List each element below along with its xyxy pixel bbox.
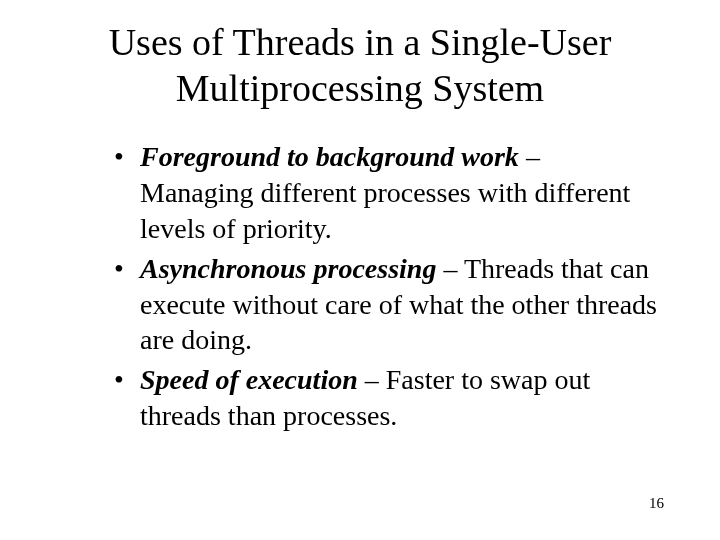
bullet-term: Speed of execution xyxy=(140,364,358,395)
page-number: 16 xyxy=(649,495,664,512)
bullet-list: • Foreground to background work – Managi… xyxy=(110,139,660,434)
bullet-dash: – xyxy=(358,364,386,395)
list-item: • Speed of execution – Faster to swap ou… xyxy=(110,362,660,434)
bullet-term: Foreground to background work xyxy=(140,141,519,172)
list-item: • Foreground to background work – Managi… xyxy=(110,139,660,246)
bullet-dot: • xyxy=(114,362,124,398)
bullet-dot: • xyxy=(114,139,124,175)
bullet-dot: • xyxy=(114,251,124,287)
bullet-dash: – xyxy=(519,141,540,172)
bullet-dash: – xyxy=(436,253,464,284)
bullet-desc: Managing different processes with differ… xyxy=(140,177,630,244)
slide-title: Uses of Threads in a Single-User Multipr… xyxy=(60,20,660,111)
bullet-term: Asynchronous processing xyxy=(140,253,436,284)
list-item: • Asynchronous processing – Threads that… xyxy=(110,251,660,358)
